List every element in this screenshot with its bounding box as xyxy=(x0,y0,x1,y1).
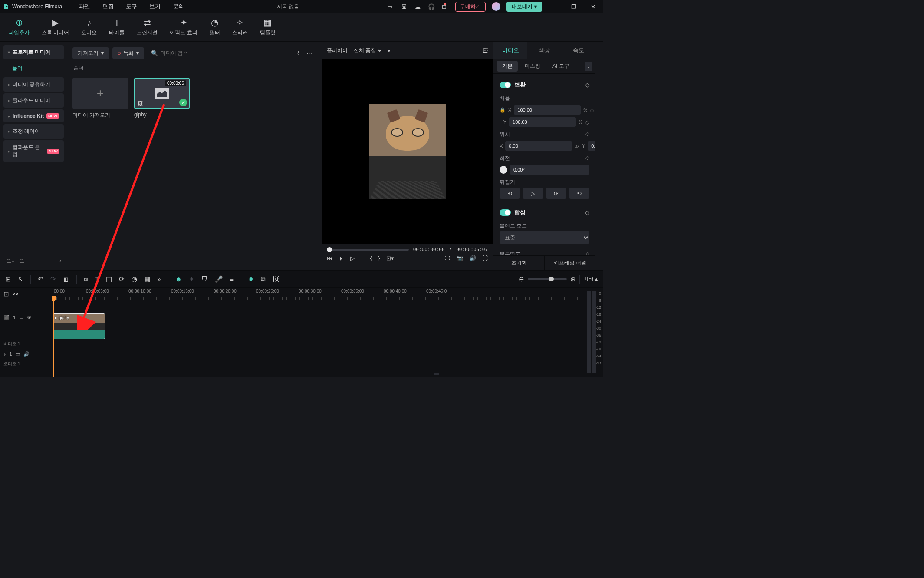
subtab-ai[interactable]: AI 도구 xyxy=(547,61,575,72)
tl-redo-icon[interactable]: ↷ xyxy=(50,275,56,283)
tab-audio[interactable]: ♪오디오 xyxy=(81,18,97,36)
zoom-slider[interactable] xyxy=(528,278,567,280)
user-avatar[interactable] xyxy=(492,2,500,11)
prev-frame-icon[interactable]: ⏮ xyxy=(327,255,332,261)
device-icon[interactable]: ▭ xyxy=(386,3,394,10)
prop-tab-speed[interactable]: 속도 xyxy=(562,42,595,59)
tl-image-icon[interactable]: 🖼 xyxy=(273,275,279,283)
media-search[interactable]: 🔍 xyxy=(148,50,292,56)
sidebar-adjust-layer[interactable]: ▸조정 레이어 xyxy=(3,124,64,139)
tl-cursor-icon[interactable]: ↖ xyxy=(18,275,23,283)
transform-toggle[interactable] xyxy=(500,82,511,88)
subtab-basic[interactable]: 기본 xyxy=(497,61,518,72)
composite-toggle[interactable] xyxy=(500,209,511,216)
reset-button[interactable]: 초기화 xyxy=(493,256,545,270)
tab-effects[interactable]: ✦이펙트 효과 xyxy=(170,18,197,36)
audio-track-1[interactable] xyxy=(52,348,584,365)
mark-out-icon[interactable]: } xyxy=(378,255,380,261)
tl-fx-icon[interactable]: ✦ xyxy=(189,275,194,283)
record-dropdown[interactable]: 녹화 ▾ xyxy=(112,47,144,59)
tl-fit-icon[interactable]: ⊡ xyxy=(3,290,9,298)
scale-x-input[interactable] xyxy=(514,105,581,115)
scrub-bar[interactable] xyxy=(327,249,409,251)
media-search-input[interactable] xyxy=(161,50,292,56)
monitor-icon[interactable]: 🖵 xyxy=(444,255,450,261)
tl-shield-icon[interactable]: ⛉ xyxy=(201,275,208,283)
view-icon[interactable]: ▭ xyxy=(19,315,23,320)
tab-import[interactable]: ⊕파일추가 xyxy=(9,18,30,36)
view-icon[interactable]: ▭ xyxy=(16,351,20,357)
folder-icon[interactable]: 🗀 xyxy=(19,258,25,264)
zoom-in-icon[interactable]: ⊕ xyxy=(570,275,576,283)
subtab-masking[interactable]: 마스킹 xyxy=(520,61,546,72)
import-dropdown[interactable]: 가져오기 ▾ xyxy=(72,47,109,59)
media-clip-card[interactable]: 00:00:06 🖼 ✓ giphy xyxy=(134,78,190,119)
rotation-knob[interactable] xyxy=(500,166,507,174)
tl-link-icon[interactable]: ⚯ xyxy=(13,290,18,298)
maximize-button[interactable]: ❐ xyxy=(567,3,580,10)
collapse-sidebar-icon[interactable]: ‹ xyxy=(59,258,61,264)
cloud-icon[interactable]: ☁ xyxy=(414,3,421,10)
tl-mic-icon[interactable]: 🎤 xyxy=(215,275,223,283)
audio-track-header[interactable]: ♪1▭🔊 xyxy=(0,348,52,360)
ratio-icon[interactable]: ⊡▾ xyxy=(386,255,394,261)
save-icon[interactable]: 🖫 xyxy=(400,3,408,10)
step-back-icon[interactable]: ⏵ xyxy=(339,255,344,261)
quality-select[interactable]: 전체 품질 xyxy=(352,47,383,54)
menu-help[interactable]: 문의 xyxy=(167,3,190,10)
flip-v-button[interactable]: ▷ xyxy=(523,188,543,199)
tab-templates[interactable]: ▦템플릿 xyxy=(260,18,276,36)
close-button[interactable]: ✕ xyxy=(586,3,599,10)
tl-delete-icon[interactable]: 🗑 xyxy=(63,275,69,283)
scale-y-input[interactable] xyxy=(509,117,576,127)
tl-sparkle-icon[interactable]: ✹ xyxy=(248,275,254,283)
zoom-out-icon[interactable]: ⊖ xyxy=(519,275,524,283)
minimize-button[interactable]: — xyxy=(548,3,561,10)
menu-tools[interactable]: 도구 xyxy=(120,3,143,10)
support-icon[interactable]: 🎧 xyxy=(427,3,435,10)
tab-stickers[interactable]: ✧스티커 xyxy=(232,18,248,36)
kf-position-icon[interactable]: ◇ xyxy=(585,131,589,138)
visibility-icon[interactable]: 👁 xyxy=(27,315,32,320)
fullscreen-icon[interactable]: ⛶ xyxy=(482,255,488,261)
tl-undo-icon[interactable]: ↶ xyxy=(38,275,43,283)
mark-in-icon[interactable]: { xyxy=(370,255,372,261)
snapshot-settings-icon[interactable]: 🖼 xyxy=(482,47,488,54)
pos-y-input[interactable] xyxy=(588,141,595,151)
kf-opacity-icon[interactable]: ◇ xyxy=(585,251,589,255)
more-icon[interactable]: ⋯ xyxy=(305,48,314,58)
lock-scale-icon[interactable]: 🔒 xyxy=(500,107,506,113)
sidebar-cloud-media[interactable]: ▸클라우드 미디어 xyxy=(3,93,64,108)
h-scrollbar[interactable] xyxy=(434,373,439,375)
video-track-header[interactable]: 🎬1▭👁 xyxy=(0,312,52,340)
prop-tab-color[interactable]: 색상 xyxy=(527,42,561,59)
menu-file[interactable]: 파일 xyxy=(73,3,96,10)
sidebar-influence-kit[interactable]: ▸Influence KitNEW xyxy=(3,109,64,122)
keyframe-transform-icon[interactable]: ◇ xyxy=(585,82,589,88)
tl-text-icon[interactable]: T xyxy=(95,275,99,283)
pos-x-input[interactable] xyxy=(505,141,572,151)
rotation-input[interactable] xyxy=(510,165,589,175)
timeline-clip[interactable]: ▸giphy xyxy=(53,313,105,339)
kf-scale-y-icon[interactable]: ◇ xyxy=(585,119,589,126)
tl-expand-icon[interactable]: » xyxy=(157,275,161,283)
timeline-tracks[interactable]: 00:00 00:00:05:00 00:00:10:00 00:00:15:0… xyxy=(52,288,584,377)
tl-crop-icon[interactable]: ⧈ xyxy=(84,275,88,283)
new-folder-icon[interactable]: 🗀₊ xyxy=(6,258,15,264)
apps-icon[interactable]: ⊞ xyxy=(441,3,449,10)
tl-color-icon[interactable]: ◔ xyxy=(132,275,137,283)
sidebar-share-media[interactable]: ▸미디어 공유하기 xyxy=(3,77,64,92)
tl-cut-icon[interactable]: ◫ xyxy=(106,275,112,283)
filter-icon[interactable]: ⫱ xyxy=(296,48,301,58)
stop-icon[interactable]: □ xyxy=(361,255,364,261)
buy-button[interactable]: 구매하기 xyxy=(455,2,486,12)
menu-edit[interactable]: 편집 xyxy=(96,3,120,10)
prop-tab-video[interactable]: 비디오 xyxy=(493,42,527,59)
kf-composite-icon[interactable]: ◇ xyxy=(585,209,589,216)
tl-adjust-icon[interactable]: ▦ xyxy=(144,275,150,283)
rotate-cw-button[interactable]: ⟲ xyxy=(569,188,589,199)
tl-ai-icon[interactable]: ☻ xyxy=(175,275,182,283)
tab-transitions[interactable]: ⇄트랜지션 xyxy=(137,18,158,36)
tl-layers-icon[interactable]: ⧉ xyxy=(261,275,266,283)
volume-icon[interactable]: 🔊 xyxy=(469,255,476,261)
